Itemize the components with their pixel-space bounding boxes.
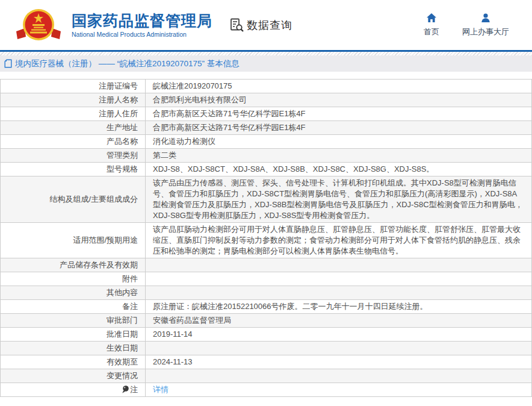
row-label-text: 生产地址 xyxy=(107,123,138,132)
row-label-text: 变更情况 xyxy=(107,371,138,380)
row-value: 2024-11-13 xyxy=(146,355,532,369)
registration-info-table: 注册证编号皖械注准20192070175注册人名称合肥凯利光电科技有限公司注册人… xyxy=(0,79,532,397)
row-label-text: 型号规格 xyxy=(107,164,138,173)
row-label-text: 审批部门 xyxy=(107,316,138,325)
table-row: 产品名称消化道动力检测仪 xyxy=(1,135,532,149)
document-search-icon xyxy=(229,17,244,33)
agency-name-en: National Medical Products Administration xyxy=(72,31,212,38)
table-row: 审批部门安徽省药品监督管理局 xyxy=(1,314,532,328)
row-label: 注册人名称 xyxy=(1,93,146,107)
row-value xyxy=(146,286,532,300)
row-label-text: 注册人名称 xyxy=(99,95,138,104)
nav-home-label: 首页 xyxy=(424,27,439,37)
data-query-label: 数据查询 xyxy=(247,18,292,33)
row-label: 产品名称 xyxy=(1,135,146,149)
row-value: 消化道动力检测仪 xyxy=(146,135,532,149)
row-label: 审批部门 xyxy=(1,314,146,328)
row-label: 变更情况 xyxy=(1,369,146,383)
row-label: 产品储存条件及有效期 xyxy=(1,258,146,272)
table-row: 型号规格XDJ-S8、XDJ-S8CT、XDJ-S8A、XDJ-S8B、XDJ-… xyxy=(1,163,532,176)
row-label-text: 注册证编号 xyxy=(99,81,138,90)
row-value: 合肥凯利光电科技有限公司 xyxy=(146,93,532,107)
agency-name-cn: 国家药品监督管理局 xyxy=(72,12,212,29)
row-label: 有效期至 xyxy=(1,355,146,369)
row-label: 结构及组成/主要组成成分 xyxy=(1,176,146,223)
breadcrumb: 境内医疗器械（注册） —— “皖械注准20192070175” 基本信息 xyxy=(0,55,532,72)
row-value: 详情 xyxy=(146,383,532,397)
table-row: 附件 xyxy=(1,272,532,286)
row-value: 该产品由压力传感器、测压管、探头、信号处理卡、计算机和打印机组成。其中XDJ-S… xyxy=(146,176,532,223)
table-row: 注册人住所合肥市高新区天达路71号华亿科学园E1栋4F xyxy=(1,107,532,121)
table-row: 变更情况 xyxy=(1,369,532,383)
row-value xyxy=(146,258,532,272)
row-label: 注册人住所 xyxy=(1,107,146,121)
table-row: 有效期至2024-11-13 xyxy=(1,355,532,369)
row-label-text: 附件 xyxy=(122,274,138,283)
table-row: 注册证编号皖械注准20192070175 xyxy=(1,80,532,93)
info-table-body: 注册证编号皖械注准20192070175注册人名称合肥凯利光电科技有限公司注册人… xyxy=(1,80,532,397)
table-row: 管理类别第二类 xyxy=(1,149,532,163)
user-icon xyxy=(480,13,491,23)
table-row: 生产地址合肥市高新区天达路71号华亿科学园E1栋4F xyxy=(1,121,532,135)
row-value xyxy=(146,342,532,355)
home-icon xyxy=(426,13,437,23)
nav-home[interactable]: 首页 xyxy=(424,13,439,37)
row-label: 型号规格 xyxy=(1,163,146,176)
table-row: 注详情 xyxy=(1,383,532,397)
table-row: 注册人名称合肥凯利光电科技有限公司 xyxy=(1,93,532,107)
row-label: 注 xyxy=(1,383,146,397)
row-label: 生产地址 xyxy=(1,121,146,135)
detail-link[interactable]: 详情 xyxy=(153,385,169,394)
row-value: XDJ-S8、XDJ-S8CT、XDJ-S8A、XDJ-S8B、XDJ-S8C、… xyxy=(146,163,532,176)
table-row: 其他内容 xyxy=(1,286,532,300)
note-balloon-icon xyxy=(122,386,129,393)
document-icon xyxy=(4,59,12,68)
row-label: 生效日期 xyxy=(1,342,146,355)
row-label: 管理类别 xyxy=(1,149,146,163)
table-row: 批准日期2019-11-14 xyxy=(1,328,532,342)
table-row: 结构及组成/主要组成成分该产品由压力传感器、测压管、探头、信号处理卡、计算机和打… xyxy=(1,176,532,223)
row-label-text: 备注 xyxy=(122,302,138,311)
row-value: 该产品肛肠动力检测部分可用于对人体直肠静息压、肛管静息压、肛管功能长度、肛管舒张… xyxy=(146,223,532,258)
row-label-text: 产品储存条件及有效期 xyxy=(60,260,138,269)
table-row: 产品储存条件及有效期 xyxy=(1,258,532,272)
spacer xyxy=(0,72,532,79)
row-value xyxy=(146,369,532,383)
row-label-text: 注 xyxy=(130,385,138,394)
row-label-text: 生效日期 xyxy=(107,343,138,352)
site-header: 国家药品监督管理局 National Medical Products Admi… xyxy=(0,0,532,50)
row-label-text: 有效期至 xyxy=(107,357,138,366)
data-query-button[interactable]: 数据查询 xyxy=(229,17,292,33)
row-value: 2019-11-14 xyxy=(146,328,532,342)
row-label: 备注 xyxy=(1,300,146,314)
row-label-text: 管理类别 xyxy=(107,151,138,160)
row-label: 其他内容 xyxy=(1,286,146,300)
row-value: 皖械注准20192070175 xyxy=(146,80,532,93)
table-row: 适用范围/预期用途该产品肛肠动力检测部分可用于对人体直肠静息压、肛管静息压、肛管… xyxy=(1,223,532,258)
row-value: 合肥市高新区天达路71号华亿科学园E1栋4F xyxy=(146,121,532,135)
row-label-text: 其他内容 xyxy=(107,288,138,297)
row-label-text: 批准日期 xyxy=(107,329,138,339)
table-row: 备注原注册证：皖械注准20152210066号作废。二零一九年十一月十四日延续注… xyxy=(1,300,532,314)
row-label: 批准日期 xyxy=(1,328,146,342)
row-label-text: 适用范围/预期用途 xyxy=(73,236,138,245)
row-label: 注册证编号 xyxy=(1,80,146,93)
row-value xyxy=(146,272,532,286)
table-row: 生效日期 xyxy=(1,342,532,355)
row-label: 适用范围/预期用途 xyxy=(1,223,146,258)
row-value: 安徽省药品监督管理局 xyxy=(146,314,532,328)
nav-service-hall-label: 网上办事大厅 xyxy=(462,27,509,37)
row-value: 原注册证：皖械注准20152210066号作废。二零一九年十一月十四日延续注册。 xyxy=(146,300,532,314)
agency-titles: 国家药品监督管理局 National Medical Products Admi… xyxy=(72,12,212,38)
nav-service-hall[interactable]: 网上办事大厅 xyxy=(462,13,509,37)
row-label: 附件 xyxy=(1,272,146,286)
row-label-text: 产品名称 xyxy=(107,137,138,146)
row-label-text: 注册人住所 xyxy=(99,109,138,118)
row-value: 合肥市高新区天达路71号华亿科学园E1栋4F xyxy=(146,107,532,121)
breadcrumb-text: 境内医疗器械（注册） —— “皖械注准20192070175” 基本信息 xyxy=(15,58,240,69)
national-emblem-logo xyxy=(15,8,62,42)
row-value: 第二类 xyxy=(146,149,532,163)
top-nav: 首页 网上办事大厅 xyxy=(424,13,509,37)
row-label-text: 结构及组成/主要组成成分 xyxy=(49,195,138,204)
